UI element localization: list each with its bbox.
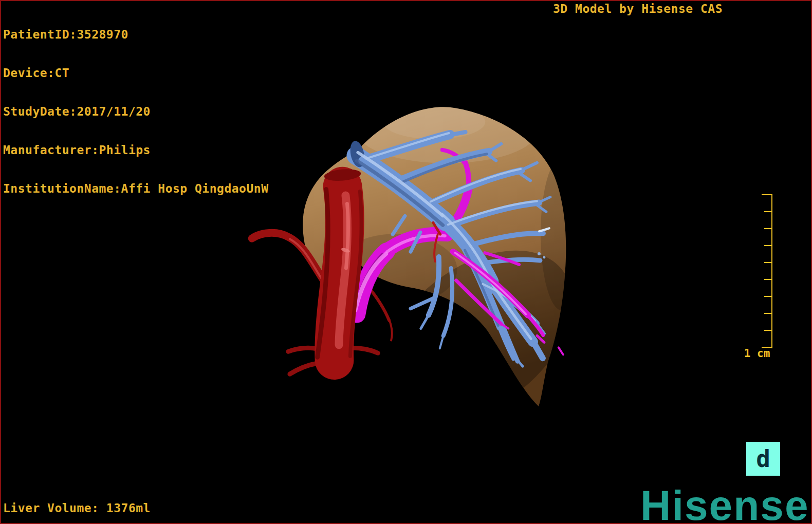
scale-bar-label: 1 cm: [739, 347, 775, 360]
viewer-window: PatientID:3528970 Device:CT StudyDate:20…: [0, 0, 812, 524]
hisense-logo: Hisense: [640, 484, 809, 524]
study-date-line: StudyDate:2017/11/20: [3, 105, 269, 118]
scale-bar-tick: [764, 296, 772, 297]
manufacturer-line: Manufacturer:Philips: [3, 144, 269, 157]
scale-bar-line: [771, 194, 772, 348]
vein-dot: [543, 256, 545, 259]
institution-line: InstitutionName:Affi Hosp QingdaoUnW: [3, 182, 269, 195]
hepatic-artery-branches: [368, 287, 392, 341]
watermark-title: 3D Model by Hisense CAS: [553, 3, 723, 15]
orientation-letter: d: [756, 447, 770, 471]
scale-bar-tick: [764, 330, 772, 331]
scale-bar-tick: [764, 245, 772, 246]
artery-twig: [389, 320, 392, 341]
device-line: Device:CT: [3, 67, 269, 80]
scale-bar-tick: [762, 194, 772, 195]
scale-bar-tick: [764, 313, 772, 314]
liver-dome-highlight2: [383, 104, 485, 139]
scale-bar: [761, 194, 772, 348]
scale-bar-tick: [764, 228, 772, 229]
scale-bar-tick: [764, 262, 772, 263]
vein-dot: [538, 252, 541, 255]
scale-bar-tick: [764, 211, 772, 212]
patient-info-block: PatientID:3528970 Device:CT StudyDate:20…: [3, 3, 269, 221]
liver-right-rim-shadow: [541, 157, 584, 311]
liver-volume-readout: Liver Volume: 1376ml: [3, 502, 151, 515]
patient-id-line: PatientID:3528970: [3, 28, 269, 41]
scale-bar-tick: [764, 279, 772, 280]
orientation-marker[interactable]: d: [746, 442, 780, 476]
aorta-highlight-core: [346, 203, 348, 268]
